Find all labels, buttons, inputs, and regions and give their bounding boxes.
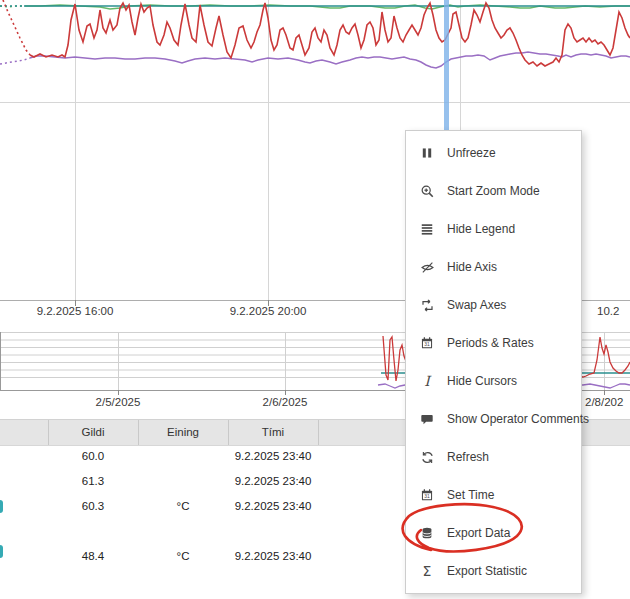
menu-item-hide-legend[interactable]: Hide Legend (406, 210, 581, 248)
menu-item-label: Periods & Rates (447, 336, 534, 350)
table-header-eining: Eining (138, 420, 228, 445)
database-icon (419, 525, 435, 541)
menu-item-label: Swap Axes (447, 298, 506, 312)
column-separator (48, 420, 49, 445)
menu-item-label: Show Operator Comments (447, 412, 589, 426)
svg-text:31: 31 (424, 494, 430, 499)
overview-tick-label: 2/6/2025 (235, 396, 335, 408)
hide-axis-icon (419, 259, 435, 275)
cell-timi: 9.2.2025 23:40 (228, 544, 318, 569)
calendar-icon: 31 (419, 335, 435, 351)
column-separator (228, 420, 229, 445)
cell-gildi: 61.3 (48, 469, 138, 494)
menu-item-periods-rates[interactable]: 31 Periods & Rates (406, 324, 581, 362)
overview-tick-label: 2/5/2025 (68, 396, 168, 408)
red-series-line (3, 0, 630, 66)
pause-icon (419, 145, 435, 161)
overview-tick-label-truncated: 2/8/202 (585, 396, 623, 408)
menu-item-hide-axis[interactable]: Hide Axis (406, 248, 581, 286)
cell-timi: 9.2.2025 23:40 (228, 444, 318, 469)
x-tick-label: 9.2.2025 20:00 (208, 305, 328, 317)
menu-item-label: Unfreeze (447, 146, 496, 160)
cell-timi (228, 519, 318, 544)
svg-text:31: 31 (424, 342, 430, 347)
legend-list-icon (419, 221, 435, 237)
cell-eining: °C (138, 494, 228, 519)
comment-icon (419, 411, 435, 427)
cell-timi: 9.2.2025 23:40 (228, 469, 318, 494)
cell-gildi: 60.0 (48, 444, 138, 469)
refresh-icon (419, 449, 435, 465)
column-separator (318, 420, 319, 445)
chart-context-menu: Unfreeze Start Zoom Mode Hide Legend Hid… (405, 130, 582, 594)
row-color-mark (0, 545, 3, 558)
menu-item-label: Export Data (447, 526, 510, 540)
menu-item-label: Start Zoom Mode (447, 184, 540, 198)
menu-item-label: Hide Axis (447, 260, 497, 274)
cell-eining (138, 519, 228, 544)
menu-item-label: Set Time (447, 488, 494, 502)
table-header-timi: Tími (228, 420, 318, 445)
sigma-icon: Σ (419, 563, 435, 579)
menu-item-export-statistic[interactable]: Σ Export Statistic (406, 552, 581, 590)
menu-item-hide-cursors[interactable]: I Hide Cursors (406, 362, 581, 400)
cell-eining: °C (138, 544, 228, 569)
menu-item-start-zoom-mode[interactable]: Start Zoom Mode (406, 172, 581, 210)
x-tick-label-truncated: 10.2 (597, 305, 619, 317)
swap-axes-icon (419, 297, 435, 313)
menu-item-label: Export Statistic (447, 564, 527, 578)
menu-item-show-operator-comments[interactable]: Show Operator Comments (406, 400, 581, 438)
row-color-mark (0, 500, 3, 513)
menu-item-unfreeze[interactable]: Unfreeze (406, 134, 581, 172)
menu-item-label: Hide Legend (447, 222, 515, 236)
zoom-in-icon (419, 183, 435, 199)
cell-timi: 9.2.2025 23:40 (228, 494, 318, 519)
menu-item-refresh[interactable]: Refresh (406, 438, 581, 476)
cell-gildi (48, 519, 138, 544)
column-separator (138, 420, 139, 445)
trend-viewer-screen: 9.2.2025 16:00 9.2.2025 20:00 10.2 (0, 0, 630, 599)
cell-gildi: 60.3 (48, 494, 138, 519)
x-tick-label: 9.2.2025 16:00 (15, 305, 135, 317)
cell-eining (138, 444, 228, 469)
cell-gildi: 48.4 (48, 544, 138, 569)
menu-item-label: Refresh (447, 450, 489, 464)
menu-item-export-data[interactable]: Export Data (406, 514, 581, 552)
menu-item-set-time[interactable]: 31 Set Time (406, 476, 581, 514)
menu-item-label: Hide Cursors (447, 374, 517, 388)
table-header-gildi: Gildi (48, 420, 138, 445)
menu-item-swap-axes[interactable]: Swap Axes (406, 286, 581, 324)
text-cursor-icon: I (419, 373, 435, 389)
calendar-icon: 31 (419, 487, 435, 503)
cell-eining (138, 469, 228, 494)
